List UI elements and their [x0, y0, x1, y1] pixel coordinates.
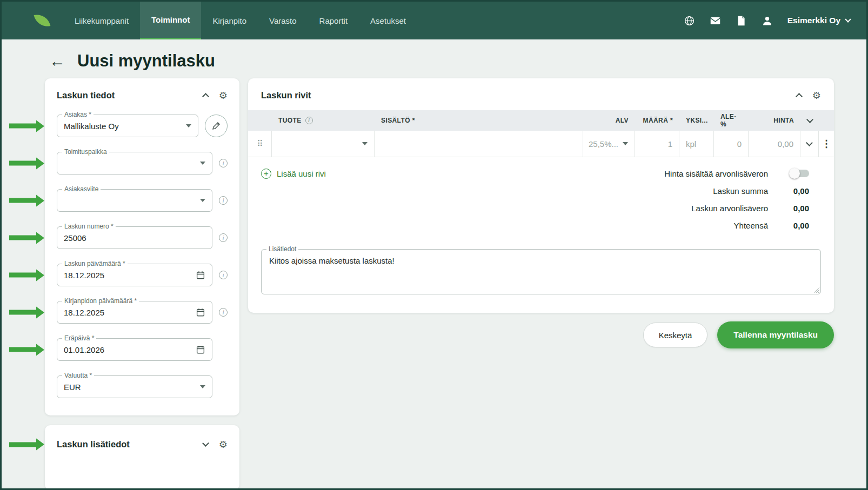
annotation-arrow [9, 124, 36, 129]
gear-icon[interactable]: ⚙ [812, 91, 821, 100]
mail-icon[interactable] [710, 15, 721, 26]
expand-panel-icon[interactable] [202, 440, 209, 447]
app-window: Liikekumppanit Toiminnot Kirjanpito Vara… [0, 0, 868, 490]
accounting-date-field-row: Kirjanpidon päivämäärä * 18.12.2025 i [57, 301, 228, 324]
vat-select-cell[interactable]: 25,5%... [583, 131, 635, 157]
toggle-knob [789, 168, 800, 179]
vat-amount-label: Laskun arvonlisävero [691, 204, 768, 213]
accounting-date-input[interactable]: Kirjanpidon päivämäärä * 18.12.2025 [57, 301, 212, 324]
calendar-icon[interactable] [196, 307, 205, 317]
row-menu-button[interactable]: ⋮ [819, 131, 834, 157]
chevron-down-icon [362, 142, 368, 145]
info-icon[interactable]: i [219, 196, 228, 205]
sum-label: Laskun summa [713, 186, 768, 196]
invoice-date-field-row: Laskun päivämäärä * 18.12.2025 i [57, 264, 228, 286]
annotation-arrow [9, 236, 36, 240]
info-icon[interactable]: i [219, 159, 228, 167]
product-select-cell[interactable] [272, 131, 375, 157]
field-label: Toimituspaikka [62, 148, 109, 156]
document-icon[interactable] [736, 15, 747, 26]
invoice-date-input[interactable]: Laskun päivämäärä * 18.12.2025 [57, 264, 212, 286]
field-label: Laskun päivämäärä * [62, 260, 128, 267]
field-value: 25006 [64, 233, 86, 243]
gear-icon[interactable]: ⚙ [219, 91, 228, 100]
edit-customer-button[interactable] [205, 115, 228, 137]
notes-textarea[interactable]: Kiitos ajoissa maksetusta laskusta! [262, 250, 820, 294]
nav-item-varasto[interactable]: Varasto [258, 2, 308, 39]
annotation-arrow [9, 347, 36, 352]
back-button[interactable]: ← [49, 53, 65, 69]
invoice-number-field-row: Laskun numero * 25006 i [57, 226, 228, 249]
field-label: Laskun numero * [62, 223, 116, 230]
nav-item-kirjanpito[interactable]: Kirjanpito [201, 2, 258, 39]
annotation-arrow [9, 273, 36, 278]
totals-block: Hinta sisältää arvonlisäveron Laskun sum… [664, 165, 821, 234]
discount-input-cell[interactable]: 0 [714, 131, 749, 157]
row-expand-chevron[interactable] [800, 131, 819, 157]
calendar-icon[interactable] [196, 345, 205, 354]
chevron-down-icon [186, 124, 191, 127]
nav-item-toiminnot[interactable]: Toiminnot [140, 2, 201, 39]
price-input-cell[interactable]: 0,00 [749, 131, 800, 157]
field-label: Eräpäivä * [62, 334, 96, 342]
invoice-number-input[interactable]: Laskun numero * 25006 [57, 226, 212, 249]
customer-reference-field-row: Asiakasviite i [57, 189, 228, 212]
vat-included-toggle[interactable] [791, 170, 809, 177]
invoice-rows-table: TUOTE i SISÄLTÖ * ALV MÄÄRÄ * YKSI... AL… [248, 110, 834, 157]
drag-handle-icon: ⠿ [257, 139, 263, 149]
customer-reference-select[interactable]: Asiakasviite [57, 189, 212, 212]
kebab-icon: ⋮ [822, 138, 831, 150]
save-invoice-button[interactable]: Tallenna myyntilasku [717, 321, 834, 348]
currency-select[interactable]: Valuutta * EUR [57, 375, 212, 398]
vat-included-label: Hinta sisältää arvonlisäveron [664, 169, 768, 178]
field-value: 18.12.2025 [64, 308, 104, 317]
globe-icon[interactable] [684, 15, 695, 26]
additional-details-card: Laskun lisätiedot ⚙ [45, 425, 239, 490]
plus-circle-icon: + [261, 169, 271, 179]
columns-chevron[interactable] [800, 110, 819, 131]
collapse-panel-icon[interactable] [202, 93, 209, 100]
nav-item-liikekumppanit[interactable]: Liikekumppanit [63, 2, 140, 39]
field-label: Valuutta * [62, 372, 94, 379]
drag-handle[interactable]: ⠿ [248, 131, 272, 157]
add-row-button[interactable]: + Lisää uusi rivi [261, 165, 326, 182]
info-icon[interactable]: i [219, 308, 228, 317]
col-spacer [819, 110, 834, 131]
notes-label: Lisätiedot [266, 245, 298, 253]
column-label: TUOTE [278, 117, 302, 124]
chevron-down-icon [200, 385, 205, 388]
collapse-panel-icon[interactable] [796, 93, 803, 100]
currency-field-row: Valuutta * EUR [57, 375, 228, 398]
company-menu[interactable]: Esimerkki Oy [787, 16, 850, 25]
company-name: Esimerkki Oy [787, 16, 840, 25]
add-row-label: Lisää uusi rivi [277, 169, 326, 178]
gear-icon[interactable]: ⚙ [219, 440, 228, 449]
brand-logo[interactable] [35, 2, 49, 39]
chevron-down-icon [845, 16, 851, 22]
invoice-details-card: Laskun tiedot ⚙ Asiakas * Mallikaluste O… [45, 78, 239, 415]
unit-cell[interactable]: kpl [679, 131, 714, 157]
info-icon[interactable]: i [305, 117, 313, 124]
nav-item-raportit[interactable]: Raportit [308, 2, 359, 39]
content-input-cell[interactable] [375, 131, 583, 157]
user-icon[interactable] [762, 15, 773, 26]
nav-item-asetukset[interactable]: Asetukset [359, 2, 417, 39]
field-value: Mallikaluste Oy [64, 122, 119, 131]
vat-amount-value: 0,00 [768, 204, 809, 213]
due-date-input[interactable]: Eräpäivä * 01.01.2026 [57, 338, 212, 361]
leaf-logo-icon [34, 12, 51, 29]
notes-field: Lisätiedot Kiitos ajoissa maksetusta las… [261, 249, 821, 294]
cancel-button[interactable]: Keskeytä [643, 323, 708, 347]
col-sisalto: SISÄLTÖ * [375, 110, 583, 131]
form-actions: Keskeytä Tallenna myyntilasku [248, 321, 834, 348]
calendar-icon[interactable] [196, 270, 205, 280]
annotation-arrow [9, 161, 36, 166]
customer-field-row: Asiakas * Mallikaluste Oy [57, 115, 228, 137]
customer-select[interactable]: Asiakas * Mallikaluste Oy [57, 115, 198, 137]
table-header: TUOTE i SISÄLTÖ * ALV MÄÄRÄ * YKSI... AL… [248, 110, 834, 131]
info-icon[interactable]: i [219, 271, 228, 279]
delivery-place-select[interactable]: Toimituspaikka [57, 152, 212, 174]
quantity-input-cell[interactable]: 1 [635, 131, 679, 157]
field-value: 18.12.2025 [64, 271, 104, 280]
info-icon[interactable]: i [219, 233, 228, 242]
